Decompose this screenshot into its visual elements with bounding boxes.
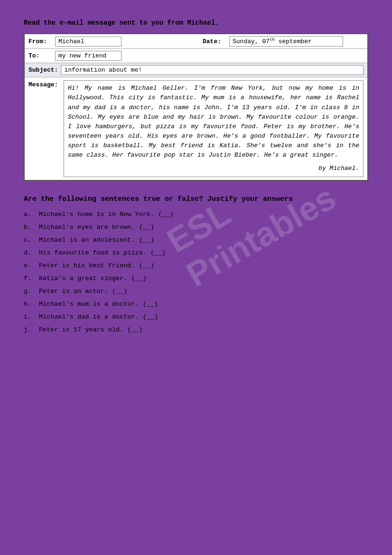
- questions-title: Are the following sentences true or fals…: [24, 195, 368, 203]
- question-item: j.Peter is 17 years old. (__): [24, 326, 368, 333]
- questions-section: Are the following sentences true or fals…: [24, 195, 368, 333]
- question-text: Peter is 17 years old. (__): [39, 326, 143, 333]
- instruction-text: Read the e-mail message sent to you from…: [24, 19, 368, 27]
- question-letter: d.: [24, 249, 39, 256]
- from-value: Michael: [55, 37, 121, 47]
- question-item: d.His favourite food is pizza. (__): [24, 249, 368, 256]
- message-label: Message:: [28, 80, 61, 177]
- to-label: To:: [28, 52, 52, 59]
- question-text: Michael's home is in New York. (__): [39, 211, 174, 218]
- date-group: Date: Sunday, 07th september: [203, 36, 364, 47]
- question-item: b.Michael's eyes are brown. (__): [24, 224, 368, 231]
- message-text: Hi! My name is Michael Geller. I'm from …: [68, 85, 359, 159]
- question-text: Michael's mum is a doctor. (__): [39, 301, 158, 308]
- question-letter: h.: [24, 301, 39, 308]
- from-label: From:: [28, 38, 52, 45]
- question-item: e.Peter is his best friend. (__): [24, 262, 368, 269]
- question-text: Michael's dad is a doctor. (__): [39, 313, 158, 320]
- email-container: From: Michael Date: Sunday, 07th septemb…: [24, 33, 368, 181]
- questions-list: a.Michael's home is in New York. (__)b.M…: [24, 211, 368, 333]
- date-label: Date:: [203, 38, 226, 45]
- question-letter: g.: [24, 288, 39, 295]
- question-letter: a.: [24, 211, 39, 218]
- question-letter: e.: [24, 262, 39, 269]
- question-letter: i.: [24, 313, 39, 320]
- question-letter: f.: [24, 275, 39, 282]
- message-body: Hi! My name is Michael Geller. I'm from …: [64, 80, 364, 177]
- question-text: Katia's a great singer. (__): [39, 275, 147, 282]
- to-value: my new friend: [55, 51, 121, 61]
- email-to-row: To: my new friend: [25, 49, 367, 63]
- subject-row: Subject: information about me!: [25, 63, 367, 77]
- question-item: a.Michael's home is in New York. (__): [24, 211, 368, 218]
- question-text: Peter is his best friend. (__): [39, 262, 154, 269]
- question-item: c.Michael is an adolescent. (__): [24, 236, 368, 244]
- question-text: Michael's eyes are brown. (__): [39, 224, 154, 231]
- question-item: g.Peter is an actor. (__): [24, 288, 368, 295]
- subject-value: information about me!: [61, 65, 364, 75]
- email-from-date-row: From: Michael Date: Sunday, 07th septemb…: [25, 34, 367, 49]
- question-text: Michael is an adolescent. (__): [39, 236, 154, 244]
- subject-label: Subject:: [28, 66, 58, 74]
- to-group: To: my new friend: [28, 51, 364, 61]
- question-text: His favourite food is pizza. (__): [39, 249, 166, 256]
- question-letter: c.: [24, 236, 39, 244]
- question-letter: j.: [24, 326, 39, 333]
- message-row: Message: Hi! My name is Michael Geller. …: [25, 77, 367, 179]
- question-item: f.Katia's a great singer. (__): [24, 275, 368, 282]
- question-item: h.Michael's mum is a doctor. (__): [24, 301, 368, 308]
- question-item: i.Michael's dad is a doctor. (__): [24, 313, 368, 320]
- date-value: Sunday, 07th september: [229, 36, 343, 47]
- from-group: From: Michael: [28, 37, 189, 47]
- question-text: Peter is an actor. (__): [39, 288, 127, 295]
- question-letter: b.: [24, 224, 39, 231]
- message-signature: by Michael.: [68, 164, 359, 173]
